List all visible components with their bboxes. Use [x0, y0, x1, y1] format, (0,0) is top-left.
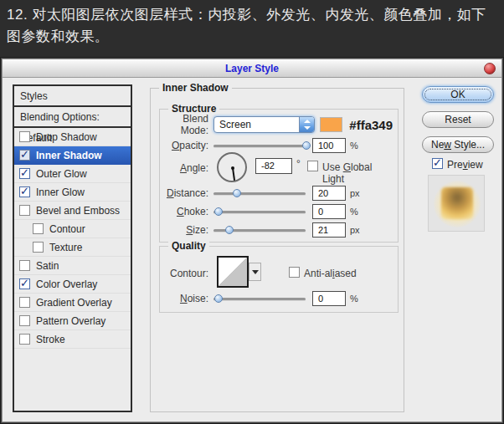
- distance-label: Distance:: [165, 187, 208, 199]
- contour-dropdown-icon[interactable]: [249, 263, 261, 281]
- sidebar-item-label: Stroke: [36, 334, 65, 345]
- style-checkbox[interactable]: [33, 242, 44, 253]
- choke-input[interactable]: 0: [312, 204, 346, 219]
- style-checkbox[interactable]: [19, 131, 30, 142]
- noise-slider[interactable]: [213, 294, 306, 304]
- sidebar-item-label: Inner Shadow: [36, 150, 102, 161]
- sidebar-item-gradient-overlay[interactable]: Gradient Overlay: [14, 294, 131, 312]
- opacity-slider-thumb[interactable]: [302, 141, 311, 150]
- panel-title: Inner Shadow: [159, 82, 232, 94]
- style-checkbox[interactable]: [19, 297, 30, 308]
- distance-row: Distance: 20 px: [165, 185, 393, 202]
- quality-legend: Quality: [168, 240, 209, 252]
- sidebar-item-pattern-overlay[interactable]: Pattern Overlay: [14, 312, 131, 330]
- sidebar-item-label: Drop Shadow: [36, 131, 97, 143]
- style-checkbox[interactable]: [19, 150, 30, 161]
- distance-unit: px: [350, 188, 360, 198]
- opacity-slider[interactable]: [213, 140, 306, 151]
- opacity-label: Opacity:: [165, 140, 208, 151]
- shadow-color-swatch[interactable]: [320, 117, 342, 132]
- contour-label: Contour:: [165, 268, 208, 279]
- choke-unit: %: [350, 207, 358, 217]
- color-hex-annotation: #ffa349: [349, 118, 393, 132]
- sidebar-item-label: Pattern Overlay: [36, 315, 105, 327]
- quality-group: Quality Contour: Anti-aliased Noise: 0 %: [159, 246, 399, 313]
- sidebar-item-blending-options[interactable]: Blending Options: Default: [14, 107, 131, 128]
- preview-label: Preview: [447, 159, 483, 171]
- reset-button[interactable]: Reset: [422, 111, 494, 128]
- dialog-titlebar[interactable]: Layer Style: [3, 59, 501, 78]
- sidebar-item-satin[interactable]: Satin: [14, 257, 131, 275]
- style-checkbox[interactable]: [19, 334, 30, 345]
- size-unit: px: [350, 225, 360, 235]
- angle-dial[interactable]: [217, 152, 247, 182]
- sidebar-item-stroke[interactable]: Stroke: [14, 330, 131, 349]
- anti-aliased-checkbox[interactable]: [289, 267, 300, 278]
- angle-unit: °: [296, 158, 301, 170]
- structure-group: Structure Blend Mode: Screen #ffa349 Opa…: [159, 109, 399, 243]
- size-input[interactable]: 21: [312, 222, 346, 238]
- distance-slider[interactable]: [213, 188, 306, 198]
- blend-mode-select[interactable]: Screen: [213, 116, 315, 133]
- close-icon[interactable]: [484, 63, 496, 74]
- style-checkbox[interactable]: [19, 278, 30, 289]
- choke-row: Choke: 0 %: [165, 203, 393, 220]
- size-slider-thumb[interactable]: [225, 226, 234, 234]
- style-checkbox[interactable]: [19, 260, 30, 271]
- contour-thumbnail[interactable]: [217, 256, 249, 288]
- noise-label: Noise:: [165, 293, 208, 304]
- sidebar-item-label: Outer Glow: [36, 168, 87, 180]
- noise-slider-thumb[interactable]: [214, 294, 223, 303]
- sidebar-item-bevel-and-emboss[interactable]: Bevel and Emboss: [14, 202, 131, 220]
- sidebar-item-color-overlay[interactable]: Color Overlay: [14, 275, 131, 294]
- angle-row: Angle: -82 ° Use Global Light: [165, 151, 393, 186]
- sidebar-item-label: Contour: [49, 223, 85, 235]
- new-style-button[interactable]: New Style...: [422, 136, 494, 153]
- layer-style-dialog: Layer Style Styles Blending Options: Def…: [2, 59, 502, 422]
- choke-slider-thumb[interactable]: [214, 207, 223, 216]
- choke-label: Choke:: [165, 206, 208, 217]
- sidebar-item-inner-glow[interactable]: Inner Glow: [14, 183, 131, 202]
- style-checkbox[interactable]: [19, 205, 30, 216]
- sidebar-header-styles[interactable]: Styles: [14, 86, 131, 107]
- sidebar-item-label: Inner Glow: [36, 186, 85, 198]
- size-label: Size:: [165, 224, 208, 236]
- preview-thumbnail: [428, 175, 485, 232]
- sun-preview-blob: [441, 187, 473, 219]
- sidebar-style-list: Drop ShadowInner ShadowOuter GlowInner G…: [14, 128, 131, 349]
- blend-mode-row: Blend Mode: Screen #ffa349: [165, 116, 393, 133]
- styles-sidebar: Styles Blending Options: Default Drop Sh…: [13, 84, 132, 412]
- noise-input[interactable]: 0: [312, 291, 346, 306]
- distance-slider-thumb[interactable]: [233, 189, 241, 197]
- sidebar-item-label: Gradient Overlay: [36, 297, 112, 309]
- style-checkbox[interactable]: [19, 315, 30, 326]
- contour-row: Contour: Anti-aliased: [165, 255, 393, 290]
- angle-label: Angle:: [165, 162, 208, 174]
- sidebar-item-texture[interactable]: Texture: [14, 238, 131, 257]
- size-slider[interactable]: [213, 225, 306, 235]
- style-checkbox[interactable]: [33, 223, 44, 234]
- sidebar-item-inner-shadow[interactable]: Inner Shadow: [14, 146, 131, 165]
- preview-checkbox[interactable]: [432, 158, 443, 169]
- style-checkbox[interactable]: [19, 186, 30, 197]
- noise-unit: %: [350, 294, 358, 304]
- distance-input[interactable]: 20: [312, 186, 346, 201]
- sidebar-item-outer-glow[interactable]: Outer Glow: [14, 165, 131, 183]
- blend-mode-value: Screen: [219, 119, 251, 130]
- anti-aliased-label: Anti-aliased: [304, 268, 357, 279]
- sidebar-item-label: Satin: [36, 260, 59, 272]
- instruction-text: 12. 对太阳图层依次图层样式：内投影、外发光、内发光、颜色叠加，如下图参数和效…: [0, 0, 504, 57]
- choke-slider[interactable]: [213, 207, 306, 217]
- use-global-light-checkbox[interactable]: [307, 161, 318, 171]
- dialog-title: Layer Style: [225, 63, 279, 74]
- angle-input[interactable]: -82: [255, 158, 292, 174]
- sidebar-item-contour[interactable]: Contour: [14, 220, 131, 238]
- sidebar-item-label: Color Overlay: [36, 278, 97, 290]
- sidebar-item-label: Bevel and Emboss: [36, 205, 120, 217]
- style-checkbox[interactable]: [19, 168, 30, 179]
- opacity-unit: %: [350, 140, 358, 151]
- size-row: Size: 21 px: [165, 222, 393, 238]
- stepper-icon[interactable]: [299, 117, 314, 132]
- sidebar-item-label: Texture: [49, 242, 82, 253]
- ok-button[interactable]: OK: [422, 86, 494, 103]
